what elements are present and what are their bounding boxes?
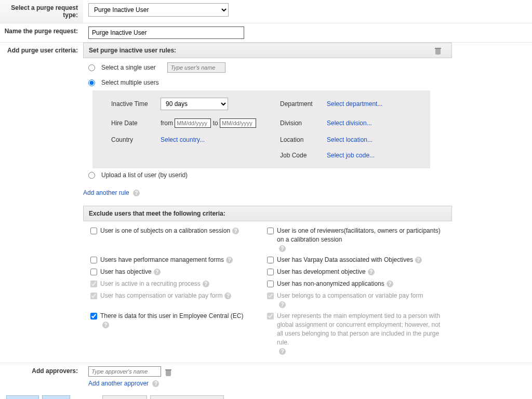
to-label: to — [213, 119, 218, 127]
jobcode-label: Job Code — [280, 152, 327, 159]
upload-list-label: Upload a list of user (by userid) — [101, 171, 188, 179]
exclude-varpay-label: User has Varpay Data associated with Obj… — [277, 256, 413, 263]
exclude-has-objective-checkbox[interactable] — [90, 269, 97, 275]
hire-date-to-input[interactable] — [220, 118, 256, 128]
exclude-non-anon-label: User has non-anonymized applications — [277, 280, 384, 287]
help-icon[interactable]: ? — [224, 292, 231, 299]
from-label: from — [161, 119, 173, 127]
exclude-perf-forms-checkbox[interactable] — [90, 257, 97, 263]
select-jobcode-link[interactable]: Select job code... — [327, 152, 375, 159]
exclude-dev-objective-checkbox[interactable] — [267, 269, 274, 275]
division-label: Division — [280, 119, 327, 127]
help-icon[interactable]: ? — [152, 380, 159, 387]
approver-name-input[interactable] — [88, 366, 161, 377]
exclude-comp-form-label: User has compensation or variable pay fo… — [100, 292, 222, 299]
exclude-calibration-subject-label: User is one of subjects on a calibration… — [100, 227, 230, 234]
exclude-calibration-reviewer-label: User is one of reviewers(facilitators, o… — [277, 227, 441, 243]
select-division-link[interactable]: Select division... — [327, 119, 372, 127]
exclude-recruiting-label: User is active in a recruiting process — [100, 280, 201, 287]
select-multiple-users-radio[interactable] — [88, 79, 95, 86]
help-icon[interactable]: ? — [226, 257, 233, 263]
help-icon[interactable]: ? — [133, 190, 140, 196]
help-icon[interactable]: ? — [154, 269, 161, 275]
help-icon[interactable]: ? — [279, 348, 286, 355]
exclude-varpay-checkbox[interactable] — [267, 257, 274, 263]
help-icon[interactable]: ? — [415, 257, 422, 263]
schedule-button[interactable]: Schedule... — [102, 395, 147, 399]
multiple-users-criteria-panel: Inactive Time 90 days Department Select … — [92, 90, 430, 168]
select-country-link[interactable]: Select country... — [161, 136, 205, 143]
exclude-header: Exclude users that meet the following cr… — [83, 206, 452, 221]
save-button[interactable]: Save — [42, 395, 70, 399]
exclude-ec-data-checkbox[interactable] — [90, 313, 97, 320]
exclude-main-employment-checkbox — [267, 313, 274, 320]
location-label: Location — [280, 136, 327, 143]
request-type-label: Select a purge request type: — [0, 0, 83, 23]
exclude-belongs-comp-label: User belongs to a compensation or variab… — [277, 292, 423, 299]
hire-date-from-input[interactable] — [175, 118, 211, 128]
add-another-rule-link[interactable]: Add another rule — [83, 189, 129, 196]
hire-date-label: Hire Date — [111, 119, 161, 127]
inactive-time-select[interactable]: 90 days — [161, 98, 228, 110]
upload-list-radio[interactable] — [88, 172, 95, 179]
help-icon[interactable]: ? — [232, 228, 239, 234]
exclude-dev-objective-label: User has development objective — [277, 268, 366, 275]
exclude-ec-data-label: There is data for this user in Employee … — [100, 312, 243, 320]
exclude-perf-forms-label: Users have performance management forms — [100, 256, 224, 263]
help-icon[interactable]: ? — [279, 301, 286, 308]
request-name-input[interactable] — [88, 26, 244, 39]
help-icon[interactable]: ? — [203, 281, 209, 287]
name-request-label: Name the purge request: — [0, 23, 83, 42]
add-approvers-label: Add approvers: — [0, 363, 83, 379]
single-user-name-input[interactable] — [167, 62, 225, 73]
exclude-comp-form-checkbox — [90, 292, 97, 299]
exclude-main-employment-label: User represents the main employment tied… — [277, 312, 440, 345]
select-department-link[interactable]: Select department... — [327, 100, 382, 108]
exclude-belongs-comp-checkbox — [267, 292, 274, 299]
cancel-button[interactable]: Cancel — [6, 395, 39, 399]
exclude-has-objective-label: User has objective — [100, 268, 152, 275]
add-another-approver-link[interactable]: Add another approver — [88, 380, 149, 387]
country-label: Country — [111, 136, 161, 143]
help-icon[interactable]: ? — [368, 269, 375, 275]
rules-header: Set purge inactive user rules: — [83, 43, 452, 58]
inactive-time-label: Inactive Time — [111, 100, 161, 108]
add-criteria-label: Add purge user criteria: — [0, 43, 83, 58]
exclude-calibration-reviewer-checkbox[interactable] — [267, 228, 274, 234]
exclude-non-anon-checkbox[interactable] — [267, 281, 274, 287]
select-single-user-label: Select a single user — [101, 64, 156, 71]
department-label: Department — [280, 100, 327, 108]
help-icon[interactable]: ? — [102, 322, 109, 328]
help-icon[interactable]: ? — [279, 245, 286, 252]
request-type-select[interactable]: Purge Inactive User — [88, 3, 229, 17]
select-single-user-radio[interactable] — [88, 64, 95, 71]
launch-immediately-button[interactable]: Launch Immediately... — [150, 395, 224, 399]
select-location-link[interactable]: Select location... — [327, 136, 373, 143]
exclude-calibration-subject-checkbox[interactable] — [90, 228, 97, 234]
delete-approver-icon[interactable] — [165, 368, 172, 376]
delete-rule-icon[interactable] — [434, 47, 442, 55]
help-icon[interactable]: ? — [387, 281, 393, 287]
select-multiple-users-label: Select multiple users — [101, 79, 159, 86]
exclude-recruiting-checkbox — [90, 281, 97, 287]
